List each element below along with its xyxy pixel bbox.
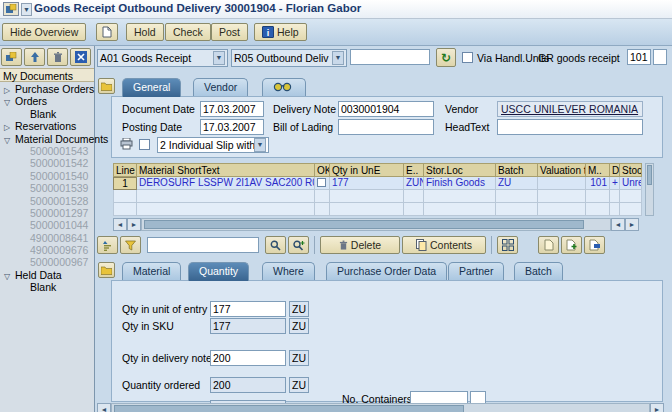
insert-line-button[interactable] (561, 236, 582, 254)
qty-cell[interactable]: 177 (330, 177, 404, 190)
delivery-note-input[interactable] (338, 101, 434, 117)
column-header[interactable]: Valuation t.. (538, 163, 586, 177)
scroll-right-icon[interactable]: ► (625, 218, 639, 231)
scroll-left-icon[interactable]: ◄ (611, 218, 625, 231)
stock-type-cell[interactable]: Unre (620, 177, 642, 190)
column-header[interactable]: Line (113, 163, 137, 177)
find-button[interactable] (265, 236, 286, 254)
tree-leaf-material-document[interactable]: 5000001044 (0, 219, 94, 231)
check-button[interactable]: Check (165, 23, 211, 41)
print-checkbox[interactable] (139, 139, 150, 150)
vendor-value[interactable]: USCC UNILEVER ROMANIA (497, 101, 643, 117)
tree-leaf-material-document[interactable]: 5000001528 (0, 195, 94, 207)
tab-vendor[interactable]: Vendor (193, 78, 248, 97)
tab-material[interactable]: Material (122, 262, 181, 281)
action-dropdown[interactable]: A01 Goods Receipt ▼ (97, 49, 228, 67)
scroll-thumb[interactable] (114, 405, 464, 412)
tab-batch[interactable]: Batch (514, 262, 563, 281)
dropdown-arrow-icon[interactable]: ▼ (332, 51, 344, 65)
column-header[interactable]: OK (315, 163, 330, 177)
storage-location-cell[interactable]: Finish Goods (424, 177, 496, 190)
slip-type-dropdown[interactable]: 2 Individual Slip with ▼ (157, 137, 269, 153)
headtext-input[interactable] (497, 119, 643, 135)
scroll-thumb[interactable] (144, 220, 584, 229)
line-number-cell[interactable]: 1 (113, 177, 137, 190)
tree-leaf-material-document[interactable]: 5000001539 (0, 182, 94, 194)
qty-unit-entry-input[interactable] (210, 301, 286, 317)
execute-button[interactable]: ↻ (436, 48, 456, 67)
tree-leaf-material-document[interactable]: 4900009676 (0, 244, 94, 256)
find-next-button[interactable] (288, 236, 309, 254)
document-number-input[interactable] (350, 49, 430, 65)
bill-of-lading-input[interactable] (338, 119, 434, 135)
valuation-cell[interactable] (538, 177, 586, 190)
delete-item-button[interactable]: Delete (320, 236, 400, 254)
copy-line-button[interactable] (584, 236, 605, 254)
via-handl-units-checkbox[interactable] (462, 52, 473, 63)
contents-button[interactable]: Contents (402, 236, 486, 254)
table-hscroll[interactable]: ◄ ► ◄ ► (113, 218, 639, 231)
movement-type-cell[interactable]: 101 (586, 177, 610, 190)
page-hscroll[interactable]: ◄ ► (97, 403, 664, 412)
column-header[interactable]: E.. (404, 163, 424, 177)
tree-node-held-data[interactable]: ▽Held Data (0, 269, 94, 281)
note-button[interactable] (538, 236, 559, 254)
tree-leaf-material-document[interactable]: 4900008641 (0, 232, 94, 244)
batch-cell[interactable]: ZU (496, 177, 538, 190)
document-date-input[interactable] (200, 101, 264, 117)
column-header[interactable]: M.. (586, 163, 610, 177)
column-header[interactable]: Stor.Loc (424, 163, 496, 177)
collapse-header-button[interactable] (98, 78, 115, 94)
tab-general[interactable]: General (122, 78, 181, 97)
tree-leaf-material-document[interactable]: 5000001542 (0, 157, 94, 169)
collapse-detail-button[interactable] (98, 262, 115, 278)
sort-ascending-button[interactable] (97, 236, 118, 254)
tab-partner[interactable]: Partner (448, 262, 504, 281)
hide-overview-button[interactable]: Hide Overview (2, 23, 86, 41)
window-menu-dropdown-icon[interactable]: ▼ (21, 3, 32, 16)
column-header[interactable]: Material ShortText (137, 163, 315, 177)
scroll-right-icon[interactable]: ► (127, 218, 141, 231)
special-stock-input[interactable] (653, 49, 667, 65)
scroll-left-icon[interactable]: ◄ (97, 403, 111, 412)
item-table-empty-row[interactable] (113, 203, 642, 216)
scroll-right-icon[interactable]: ► (650, 403, 664, 412)
column-header[interactable]: Qty in UnE (330, 163, 404, 177)
create-document-button[interactable] (96, 23, 118, 41)
table-vscroll[interactable] (645, 163, 654, 216)
post-button[interactable]: Post (211, 23, 248, 41)
tab-display-glasses[interactable] (262, 78, 306, 97)
chevron-down-icon[interactable]: ▽ (4, 97, 15, 109)
ok-cell[interactable] (315, 177, 330, 190)
dropdown-arrow-icon[interactable]: ▼ (254, 138, 266, 152)
posting-date-input[interactable] (200, 119, 264, 135)
chevron-down-icon[interactable]: ▽ (4, 135, 15, 147)
item-search-input[interactable] (147, 237, 259, 253)
debit-credit-cell[interactable]: + (610, 177, 620, 190)
tab-where[interactable]: Where (262, 262, 315, 281)
reference-dropdown[interactable]: R05 Outbound Deliv ▼ (231, 49, 347, 67)
column-header[interactable]: Stock t (620, 163, 642, 177)
tree-node-orders[interactable]: ▽Orders (0, 95, 94, 107)
tree-leaf-material-document[interactable]: 5000001540 (0, 170, 94, 182)
item-table-empty-row[interactable] (113, 190, 642, 203)
material-cell[interactable]: DEROSURF LSSPW 2I1AV SAC200 R0702LSSC RO (137, 177, 315, 190)
chevron-down-icon[interactable]: ▽ (4, 271, 15, 283)
upload-button[interactable] (24, 48, 45, 66)
column-header[interactable]: Batch (496, 163, 538, 177)
detail-view-button[interactable] (497, 236, 518, 254)
tree-node-reservations[interactable]: ▷Reservations (0, 120, 94, 132)
movement-type-input[interactable] (627, 49, 651, 65)
dropdown-arrow-icon[interactable]: ▼ (213, 51, 225, 65)
tab-purchase-order-data[interactable]: Purchase Order Data (326, 262, 447, 281)
item-table-row[interactable]: 1 DEROSURF LSSPW 2I1AV SAC200 R0702LSSC … (113, 177, 642, 190)
tab-quantity[interactable]: Quantity (188, 262, 249, 281)
filter-button[interactable] (120, 236, 141, 254)
qty-delivery-note-input[interactable] (210, 350, 286, 366)
print-button[interactable] (120, 138, 133, 150)
tree-node-purchase-orders[interactable]: ▷Purchase Orders (0, 83, 94, 95)
unit-cell[interactable]: ZUN (404, 177, 424, 190)
tree-leaf-material-document[interactable]: 5000000967 (0, 256, 94, 268)
close-overview-button[interactable] (70, 48, 91, 66)
item-ok-checkbox[interactable] (317, 178, 326, 187)
